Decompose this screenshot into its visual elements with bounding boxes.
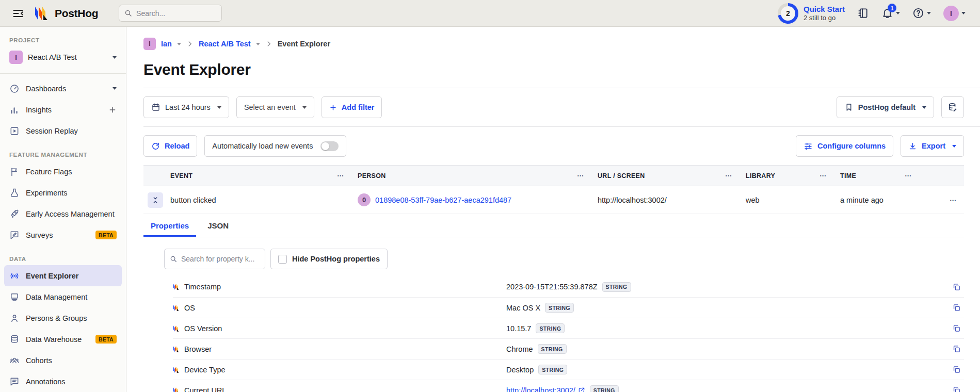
configure-columns-button[interactable]: Configure columns [796,135,893,157]
column-header-url: URL / SCREEN [598,172,645,179]
column-header-event: EVENT [170,172,192,179]
copy-icon[interactable] [952,386,961,392]
property-value: 10.15.7 [506,324,531,333]
sidebar-item-persons-groups[interactable]: Persons & Groups [4,307,122,329]
configure-columns-label: Configure columns [817,142,886,150]
sidebar-item-data-warehouse[interactable]: Data Warehouse BETA [4,329,122,350]
sidebar-item-label: Cohorts [26,356,117,365]
chevron-down-icon[interactable] [256,43,260,45]
url-cell: http://localhost:3002/ [598,196,746,204]
quick-start-progress-value: 2 [781,6,795,21]
saved-view-button[interactable]: PostHog default [837,96,934,118]
column-menu-icon[interactable]: ⋯ [577,172,584,179]
posthog-logo[interactable]: PostHog [34,7,98,20]
chevron-down-icon [113,56,117,59]
checkbox-icon[interactable] [278,255,287,264]
event-select-button[interactable]: Select an event [236,96,314,118]
quick-start-widget[interactable]: 2 Quick Start 2 still to go [778,3,845,24]
column-menu-icon[interactable]: ⋯ [725,172,732,179]
copy-icon[interactable] [952,283,961,291]
sidebar-item-session-replay[interactable]: Session Replay [4,120,122,141]
row-menu-icon[interactable]: ⋯ [950,197,957,204]
export-label: Export [922,142,945,150]
monitor-icon [9,292,20,302]
copy-icon[interactable] [952,345,961,353]
divider [143,126,980,127]
sidebar-item-label: Event Explorer [26,272,117,280]
hide-posthog-properties-label: Hide PostHog properties [292,255,380,263]
sidebar-item-annotations[interactable]: Annotations [4,371,122,392]
edit-source-button[interactable] [941,96,964,118]
main-content: I Ian React A/B Test Event Explorer Even… [126,27,980,392]
posthog-property-icon [173,367,180,373]
bar-chart-icon [9,105,20,115]
add-filter-button[interactable]: Add filter [322,96,382,118]
live-events-icon [9,271,20,281]
sidebar-section-project: PROJECT [4,34,122,46]
collapse-sidebar-icon[interactable] [10,6,26,21]
sidebar-item-experiments[interactable]: Experiments [4,182,122,203]
reload-button[interactable]: Reload [143,135,197,157]
search-input[interactable] [136,9,216,18]
flag-icon [9,167,20,177]
property-name: Browser [184,345,212,353]
plus-icon[interactable] [108,106,117,114]
date-range-button[interactable]: Last 24 hours [143,96,229,118]
sidebar-item-dashboards[interactable]: Dashboards [4,78,122,99]
sidebar-item-event-explorer[interactable]: Event Explorer [4,265,122,286]
type-tag: STRING [590,385,619,392]
tab-json[interactable]: JSON [200,215,236,237]
autoload-toggle[interactable] [320,141,339,151]
copy-icon[interactable] [952,303,961,312]
type-tag: STRING [538,365,567,374]
hide-posthog-properties[interactable]: Hide PostHog properties [270,249,388,269]
property-value: Desktop [506,366,534,374]
property-search[interactable] [164,249,265,269]
sidebar-item-surveys[interactable]: Surveys BETA [4,224,122,246]
breadcrumb-item-org[interactable]: Ian [161,40,172,48]
flask-icon [9,188,20,198]
chevron-down-icon[interactable] [177,43,181,45]
posthog-property-icon [173,387,180,392]
sidebar-item-data-management[interactable]: Data Management [4,286,122,307]
database-icon [9,334,20,345]
collapse-row-icon[interactable] [148,192,163,208]
breadcrumb-item-project[interactable]: React A/B Test [199,40,251,48]
sidebar-item-label: Early Access Management [26,210,117,218]
project-selector[interactable]: I React A/B Test [4,46,122,68]
tab-properties[interactable]: Properties [143,215,196,237]
person-avatar: 0 [358,193,371,206]
page-title: Event Explorer [143,61,964,78]
sidebar-item-early-access[interactable]: Early Access Management [4,203,122,224]
sidebar-item-cohorts[interactable]: Cohorts [4,350,122,371]
sidebar-item-label: Dashboards [26,85,106,93]
person-id-link[interactable]: 01898e08-53ff-79ae-b627-aeca291fd487 [375,196,511,204]
column-menu-icon[interactable]: ⋯ [905,172,912,179]
sidebar-item-label: Annotations [26,378,117,386]
user-avatar: I [943,6,959,21]
property-value: 2023-09-15T21:55:39.878Z [506,283,598,291]
notifications-button[interactable]: 1 [881,7,900,19]
column-menu-icon[interactable]: ⋯ [337,172,344,179]
account-menu[interactable]: I [943,6,966,21]
copy-icon[interactable] [952,365,961,374]
brand-name: PostHog [55,7,98,20]
chevron-down-icon [961,12,966,14]
copy-icon[interactable] [952,324,961,333]
export-button[interactable]: Export [901,135,964,157]
column-header-time: TIME [840,172,856,179]
global-search[interactable] [119,5,222,22]
sidebar-item-label: Data Warehouse [26,335,89,344]
property-value-link[interactable]: http://localhost:3002/ [506,386,585,392]
event-name-cell: button clicked [170,196,358,204]
event-table-row[interactable]: button clicked 0 01898e08-53ff-79ae-b627… [143,186,964,214]
notebook-button[interactable] [857,7,869,19]
column-menu-icon[interactable]: ⋯ [820,172,827,179]
column-header-library: LIBRARY [746,172,775,179]
property-search-input[interactable] [181,255,260,263]
sidebar-item-feature-flags[interactable]: Feature Flags [4,161,122,182]
sidebar-item-insights[interactable]: Insights [4,99,122,120]
chevron-down-icon[interactable] [113,87,117,90]
help-button[interactable] [912,7,931,19]
property-value: http://localhost:3002/ [506,386,575,392]
